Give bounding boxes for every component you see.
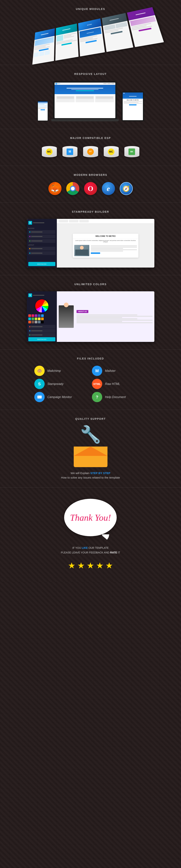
swatch-yellow[interactable] [38, 317, 41, 320]
ie-browser[interactable]: e [102, 182, 115, 195]
swatch-blue[interactable] [41, 314, 44, 317]
colors-line-6 [77, 321, 122, 322]
colors-item-2[interactable] [28, 329, 55, 333]
colors-sidebar: S [27, 291, 57, 342]
safari-browser[interactable]: 🧭 [120, 182, 133, 195]
colors-save-button[interactable]: SAVE BLOCK [28, 337, 55, 341]
swatch-deep-orange[interactable] [28, 321, 31, 323]
nav-link-2 [107, 83, 111, 84]
support-visual: 🔧 We will Explain STEP BY STEP How to so… [61, 426, 120, 480]
card-body-1 [32, 36, 55, 65]
sidebar-dot [29, 236, 30, 237]
bep-cta[interactable] [91, 252, 100, 254]
module-card-2 [55, 24, 79, 61]
toolbar-view[interactable] [79, 220, 89, 222]
esp-dreamtools: DT [82, 145, 99, 158]
builder-item-4[interactable] [28, 247, 55, 250]
esp-mailster: M [61, 145, 78, 158]
builder-section-label-1: BLOCKS [28, 227, 55, 229]
laptop-screen: M etro [55, 83, 115, 118]
colors-preview: S [27, 291, 154, 342]
builder-section-label-2: LAYOUT [28, 244, 55, 246]
file-stampready: S Stampready [34, 379, 89, 389]
swatch-orange[interactable] [41, 317, 44, 320]
card-body-4 [103, 21, 133, 52]
swatch-blue-grey[interactable] [38, 321, 41, 323]
builder-item-1[interactable] [28, 230, 55, 234]
swatch-green[interactable] [31, 317, 34, 320]
file-rawhtml: HTML Raw HTML [92, 379, 147, 389]
swatch-grey[interactable] [35, 321, 37, 323]
swatch-black[interactable] [41, 321, 44, 323]
file-help: ? Help Document [92, 392, 147, 402]
toolbar-file[interactable] [59, 220, 68, 222]
rawhtml-label: Raw HTML [105, 382, 120, 386]
colors-item-1[interactable] [28, 325, 55, 329]
swatch-row-2 [28, 317, 55, 320]
sidebar-dot [29, 248, 30, 249]
swatch-pink[interactable] [31, 314, 34, 317]
firefox-browser[interactable]: 🦊 [48, 182, 61, 195]
quality-support-section: QUALITY SUPPORT 🔧 We will Explain STEP B… [0, 410, 181, 487]
nav-link-3 [111, 83, 114, 84]
thankyou-message: Thank You! [70, 513, 111, 523]
campaign-icon: ✉️ [34, 392, 45, 402]
builder-email-preview-area: WELCOME TO METRO Lorem ipsum dolor sit a… [57, 223, 154, 268]
swatch-red[interactable] [28, 314, 31, 317]
bottom-it: IT [118, 551, 120, 554]
chrome-browser[interactable] [66, 182, 79, 195]
builder-logo: S [28, 221, 32, 225]
colors-logo-text [33, 295, 44, 296]
colors-line-7 [77, 322, 153, 323]
esp-cylinder-4: MC [104, 146, 119, 157]
modules-visual: M ETRO [32, 7, 164, 65]
color-wheel[interactable] [35, 299, 48, 312]
stampready-builder-section: STAMPREADY BUILDER S BLOCKS LAYOUT [0, 203, 181, 275]
toolbar-edit[interactable] [69, 220, 78, 222]
swatch-lime[interactable] [35, 317, 37, 320]
file-campaign: ✉️ Campaign Monitor [34, 392, 89, 402]
card-body-5 [129, 15, 164, 47]
colors-line-2 [77, 316, 153, 317]
unique-modules-title: UNIQUE MODULES [76, 7, 105, 10]
swatch-cyan[interactable] [28, 317, 31, 320]
builder-item-2[interactable] [28, 235, 55, 238]
nav-link-1 [103, 83, 107, 84]
support-illustration: 🔧 [72, 426, 109, 467]
tablet-screen: WELCOME TO METRO [123, 92, 143, 120]
builder-sidebar-header: S [28, 220, 55, 225]
bottom-text: IF YOU LIKE OUR TEMPLATE PLEASE LEAVE YO… [61, 546, 120, 555]
mini-hero [55, 85, 115, 94]
swatch-purple[interactable] [35, 314, 37, 317]
file-mailchimp: 🐵 Mailchimp [34, 366, 89, 376]
colors-item-3[interactable] [28, 333, 55, 337]
support-title: QUALITY SUPPORT [75, 417, 106, 420]
builder-item-5[interactable] [28, 251, 55, 255]
swatch-brown[interactable] [31, 321, 34, 323]
modern-browsers-section: MODERN BROWSERS 🦊 O e 🧭 [0, 166, 181, 203]
builder-toolbar [57, 219, 154, 223]
sidebar-dot [29, 326, 30, 327]
builder-preview: S BLOCKS LAYOUT [27, 219, 154, 268]
campaign-label: Campaign Monitor [48, 396, 72, 399]
sidebar-item-text [31, 327, 43, 327]
builder-save-button[interactable]: SAVE BLOCK [28, 262, 55, 266]
bep-title: WELCOME TO METRO [73, 234, 138, 239]
mailchimp-label: Mailchimp [48, 369, 61, 373]
opera-browser[interactable]: O [84, 182, 97, 195]
hero-text-line [67, 88, 103, 89]
star-1: ★ [68, 561, 75, 570]
builder-title: STAMPREADY BUILDER [72, 210, 109, 213]
module-card-3: M ETRO [78, 18, 105, 56]
builder-item-3[interactable] [28, 239, 55, 243]
swatch-indigo[interactable] [38, 314, 41, 317]
tablet-device: WELCOME TO METRO [122, 91, 144, 121]
rawhtml-icon: HTML [92, 379, 102, 389]
stampready-icon: S [34, 379, 45, 389]
bottom-our-template: OUR TEMPLATE [88, 546, 109, 549]
colors-main: ABOUT US [57, 291, 154, 342]
color-swatches [28, 314, 55, 323]
sidebar-dot [29, 253, 30, 254]
support-line1: We will Explain [71, 471, 90, 475]
person-figure [59, 305, 74, 328]
